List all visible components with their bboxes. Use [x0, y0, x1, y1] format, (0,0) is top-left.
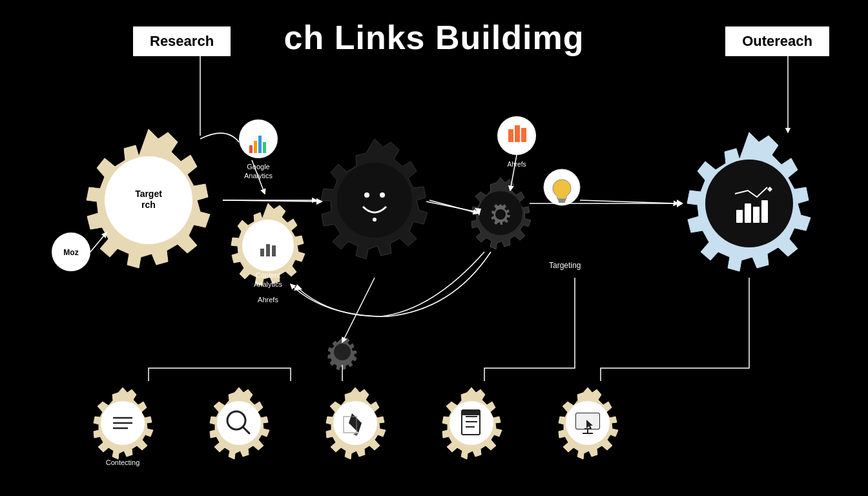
- svg-rect-5: [254, 141, 257, 153]
- svg-text:Moz: Moz: [63, 248, 78, 257]
- svg-point-20: [337, 163, 412, 238]
- svg-text:rch: rch: [141, 200, 156, 210]
- outreach-label: Outereach: [725, 26, 829, 56]
- svg-point-30: [479, 191, 522, 235]
- svg-point-46: [217, 401, 261, 445]
- svg-point-23: [380, 192, 385, 198]
- svg-point-3: [239, 119, 278, 158]
- svg-text:Target: Target: [135, 189, 162, 199]
- svg-rect-40: [761, 200, 768, 223]
- svg-rect-56: [462, 410, 480, 415]
- svg-rect-15: [272, 245, 276, 256]
- svg-rect-14: [266, 244, 270, 256]
- svg-rect-58: [576, 413, 599, 429]
- svg-point-25: [497, 116, 536, 155]
- svg-rect-34: [558, 199, 566, 201]
- svg-point-57: [566, 401, 610, 445]
- svg-rect-39: [753, 207, 760, 223]
- svg-text:Analytics: Analytics: [244, 172, 273, 180]
- svg-text:Ahrefs: Ahrefs: [258, 296, 278, 304]
- svg-line-67: [426, 202, 477, 212]
- svg-point-10: [52, 232, 90, 271]
- svg-text:Google: Google: [247, 163, 269, 170]
- svg-point-51: [450, 401, 493, 445]
- main-title: ch Links Buildimg: [284, 18, 584, 57]
- svg-rect-13: [260, 249, 264, 256]
- svg-line-48: [243, 428, 249, 433]
- svg-text:Contecting: Contecting: [106, 459, 140, 466]
- svg-rect-7: [263, 142, 266, 153]
- svg-rect-35: [559, 201, 565, 203]
- svg-point-12: [242, 220, 294, 271]
- svg-rect-26: [508, 129, 513, 142]
- svg-point-47: [227, 411, 245, 429]
- svg-rect-6: [258, 136, 262, 153]
- svg-rect-50: [344, 417, 356, 433]
- svg-text:Content: Content: [256, 271, 281, 279]
- svg-text:Analytics: Analytics: [254, 280, 283, 288]
- svg-marker-68: [475, 208, 481, 216]
- svg-line-65: [223, 200, 316, 202]
- svg-point-19: [334, 344, 351, 360]
- svg-point-31: [495, 209, 506, 220]
- svg-point-21: [346, 171, 404, 229]
- svg-point-0: [105, 156, 192, 244]
- svg-rect-27: [515, 125, 520, 142]
- svg-point-41: [101, 401, 145, 445]
- svg-point-22: [364, 192, 369, 198]
- svg-point-36: [705, 160, 793, 247]
- svg-point-49: [333, 401, 377, 445]
- svg-rect-37: [736, 210, 743, 223]
- svg-rect-52: [462, 410, 480, 435]
- svg-rect-4: [249, 145, 253, 153]
- svg-point-24: [373, 218, 377, 222]
- svg-marker-66: [316, 198, 323, 205]
- svg-text:Ahrefs: Ahrefs: [508, 161, 526, 168]
- svg-rect-28: [521, 128, 526, 142]
- svg-rect-38: [745, 203, 751, 223]
- svg-marker-70: [677, 200, 683, 207]
- svg-point-33: [544, 169, 580, 205]
- research-label: Research: [133, 26, 231, 56]
- svg-rect-59: [576, 413, 599, 429]
- svg-text:Targeting: Targeting: [549, 261, 581, 270]
- svg-marker-71: [294, 284, 302, 291]
- diagram-svg: Target rch Google Analytics Moz Content …: [0, 0, 868, 496]
